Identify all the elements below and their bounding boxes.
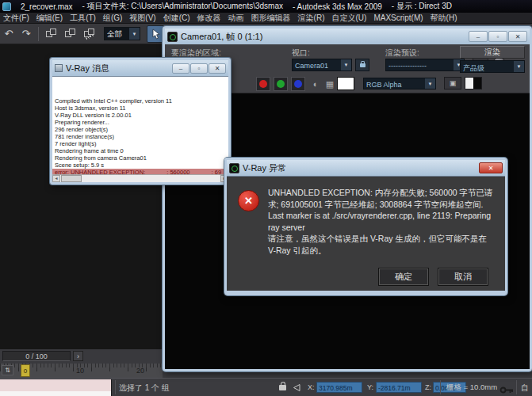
app-titlebar: 2_recover.max - 项目文件夹: C:\Users\Administ… xyxy=(0,0,532,13)
minimize-icon[interactable]: – xyxy=(172,63,189,74)
select-object-button[interactable] xyxy=(147,25,164,43)
next-frame-button[interactable]: › xyxy=(73,351,83,361)
viewport-dropdown-value: Camera01 xyxy=(293,59,341,70)
menu-customize[interactable]: 自定义(U) xyxy=(331,13,366,24)
viewport-dropdown[interactable]: Camera01 ▼ xyxy=(292,59,352,71)
app-icon xyxy=(2,2,11,11)
menu-help[interactable]: 帮助(H) xyxy=(431,13,457,24)
undo-icon[interactable]: ↶ xyxy=(0,26,17,42)
maxscript-mini-listener-input[interactable] xyxy=(0,391,112,396)
dialog-title: V-Ray 异常 xyxy=(243,162,286,174)
dialog-message-line1: UNHANDLED EXCEPTION: 内存分配失败; 560000 字节已请… xyxy=(268,187,494,210)
menu-maxscript[interactable]: MAXScript(M) xyxy=(373,13,423,22)
x-coord-field[interactable]: 3170.985m xyxy=(316,382,362,393)
selection-filter-dropdown[interactable]: 全部 ▼ xyxy=(104,27,140,40)
dialog-message-line2: Last marker is at ./src/vrayrenderer.cpp… xyxy=(268,210,494,233)
horizontal-scrollbar[interactable]: ◂ ▸ xyxy=(52,174,228,182)
x-coord-label: X: xyxy=(308,383,315,391)
log-line: Scene setup: 5.9 s xyxy=(55,162,228,169)
render-window-title: Camera01, 帧 0 (1:1) xyxy=(181,31,262,43)
grid-size-text: 栅格 = 10.0mm xyxy=(446,383,497,393)
message-window-title: V-Ray 消息 xyxy=(66,63,109,74)
autokey-button[interactable]: 自 xyxy=(521,383,529,394)
selection-status-text: 选择了 1 个 组 xyxy=(119,383,170,394)
cursor-icon xyxy=(151,29,160,40)
log-line: Rendering from camera Camera01 xyxy=(55,154,228,162)
menu-edit[interactable]: 编辑(E) xyxy=(36,13,63,24)
red-channel-button[interactable] xyxy=(256,77,270,91)
log-line: Compiled with Intel C++ compiler, versio… xyxy=(55,97,228,105)
green-channel-button[interactable] xyxy=(274,77,288,91)
title-project-folder: - 项目文件夹: C:\Users\Administrator\Document… xyxy=(82,1,283,12)
channel-display-value: RGB Alpha xyxy=(364,78,425,89)
y-coord-label: Y: xyxy=(367,383,373,391)
statusbar-divider xyxy=(115,380,116,394)
selection-filter-value: 全部 xyxy=(105,28,129,40)
log-line: V-Ray DLL version is 2.00.01 xyxy=(55,112,228,119)
scrollbar-thumb[interactable] xyxy=(61,175,82,182)
timeline-toggle-icon[interactable]: ⇅ xyxy=(2,365,13,375)
menu-graph-editors[interactable]: 图形编辑器 xyxy=(251,13,291,24)
alpha-channel-icon[interactable]: ▦ xyxy=(323,77,337,91)
set-key-icon[interactable] xyxy=(499,386,514,394)
clear-buffer-icon[interactable] xyxy=(465,77,482,89)
area-to-render-label: 要渲染的区域: xyxy=(171,48,221,59)
render-preset-dropdown[interactable]: ---------------- ▼ xyxy=(385,59,465,71)
sampled-color-swatch[interactable] xyxy=(337,77,354,90)
green-channel-icon xyxy=(277,80,285,88)
render-window-titlebar[interactable]: Camera01, 帧 0 (1:1) – ▫ ✕ xyxy=(165,29,530,44)
menu-rendering[interactable]: 渲染(R) xyxy=(298,13,325,24)
maximize-icon[interactable]: ▫ xyxy=(190,63,208,74)
vray-message-icon xyxy=(55,64,63,72)
menu-group[interactable]: 组(G) xyxy=(103,13,122,24)
chevron-down-icon: ▼ xyxy=(425,78,435,89)
menu-animation[interactable]: 动画 xyxy=(228,13,244,24)
frame-counter-row: 0 / 100 › xyxy=(0,349,163,364)
lock-icon xyxy=(360,63,366,67)
render-preset-label: 渲染预设: xyxy=(385,48,419,59)
select-link-icon[interactable] xyxy=(45,28,58,40)
menu-file[interactable]: 文件(F) xyxy=(3,13,29,24)
ruler-tick-label: 20 xyxy=(136,367,144,375)
message-window-titlebar[interactable]: V-Ray 消息 – ▫ ✕ xyxy=(52,60,228,76)
render-quality-dropdown[interactable]: 产品级 ▼ xyxy=(460,60,525,73)
clone-buffer-icon[interactable]: ▣ xyxy=(444,77,461,89)
close-icon[interactable]: ✕ xyxy=(508,31,527,42)
close-icon[interactable]: ✕ xyxy=(209,63,226,74)
message-log: Compiled with Intel C++ compiler, versio… xyxy=(52,76,228,182)
maxscript-mini-listener[interactable] xyxy=(0,379,112,391)
log-line: Preparing renderer... xyxy=(55,119,228,126)
viewport-label: 视口: xyxy=(292,48,310,59)
channel-display-dropdown[interactable]: RGB Alpha ▼ xyxy=(363,78,436,89)
maximize-icon[interactable]: ▫ xyxy=(488,31,507,42)
blue-channel-button[interactable] xyxy=(291,77,305,91)
selection-lock-icon[interactable] xyxy=(279,385,286,390)
ruler-tick-label: 10 xyxy=(76,367,84,375)
menubar: 文件(F) 编辑(E) 工具(T) 组(G) 视图(V) 创建(C) 修改器 动… xyxy=(0,13,532,24)
viewport-lock-button[interactable] xyxy=(355,59,369,71)
bind-spacewarp-icon[interactable] xyxy=(83,28,96,40)
ok-button[interactable]: 确定 xyxy=(379,268,428,285)
statusbar: 选择了 1 个 组 X: 3170.985m Y: -2816.71m Z: 0… xyxy=(0,378,532,396)
close-icon[interactable]: ✕ xyxy=(479,162,503,173)
vray-vfb-icon xyxy=(167,32,178,42)
dialog-titlebar[interactable]: V-Ray 异常 ✕ xyxy=(227,160,505,176)
menu-create[interactable]: 创建(C) xyxy=(163,13,190,24)
timeline-ruler[interactable]: ⇅ 0 10 20 xyxy=(0,364,163,378)
vray-message-window: V-Ray 消息 – ▫ ✕ Compiled with Intel C++ c… xyxy=(50,58,231,185)
monochrome-icon[interactable]: ◐ xyxy=(308,77,323,91)
title-app-name: - Autodesk 3ds Max 2009 xyxy=(293,2,382,11)
menu-modifiers[interactable]: 修改器 xyxy=(197,13,221,24)
redo-icon[interactable]: ↷ xyxy=(17,26,35,42)
unlink-selection-icon[interactable] xyxy=(64,28,77,40)
time-slider-thumb[interactable]: 0 xyxy=(21,364,30,377)
render-button[interactable]: 渲染 xyxy=(460,46,525,59)
dialog-body: ✕ UNHANDLED EXCEPTION: 内存分配失败; 560000 字节… xyxy=(227,176,505,291)
cancel-button[interactable]: 取消 xyxy=(438,268,488,285)
minimize-icon[interactable]: – xyxy=(469,31,488,42)
y-coord-field[interactable]: -2816.71m xyxy=(376,382,422,393)
menu-views[interactable]: 视图(V) xyxy=(129,13,155,24)
menu-tools[interactable]: 工具(T) xyxy=(70,13,96,24)
absolute-mode-icon[interactable] xyxy=(293,383,301,392)
scroll-left-icon[interactable]: ◂ xyxy=(52,175,60,182)
